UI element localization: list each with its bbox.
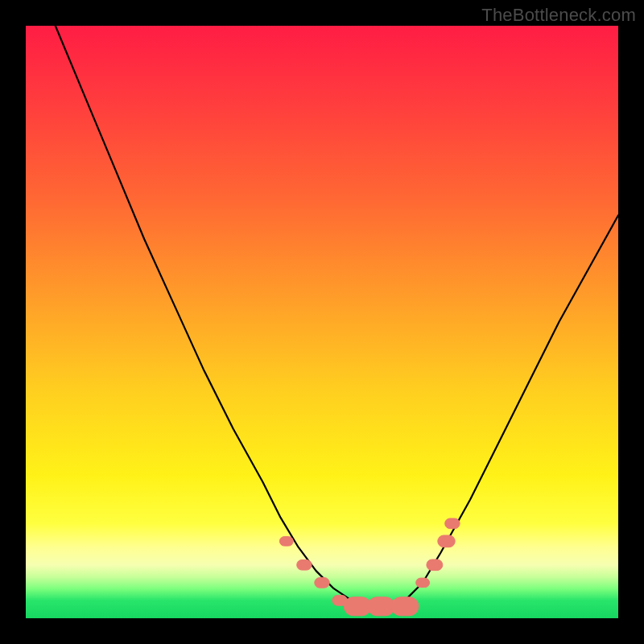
marker-group (279, 518, 460, 616)
curve-marker (438, 535, 455, 547)
curve-marker (391, 597, 419, 616)
watermark-text: TheBottleneck.com (481, 5, 636, 26)
plot-area (26, 26, 618, 618)
curve-marker (315, 578, 329, 588)
chart-svg (26, 26, 618, 618)
chart-frame: TheBottleneck.com (0, 0, 644, 644)
curve-marker (344, 597, 371, 616)
bottleneck-curve (56, 26, 618, 606)
curve-marker (368, 597, 395, 616)
curve-marker (279, 537, 293, 547)
curve-marker (445, 518, 460, 529)
curve-marker (427, 559, 443, 571)
curve-marker (297, 560, 312, 571)
curve-marker (416, 578, 430, 588)
